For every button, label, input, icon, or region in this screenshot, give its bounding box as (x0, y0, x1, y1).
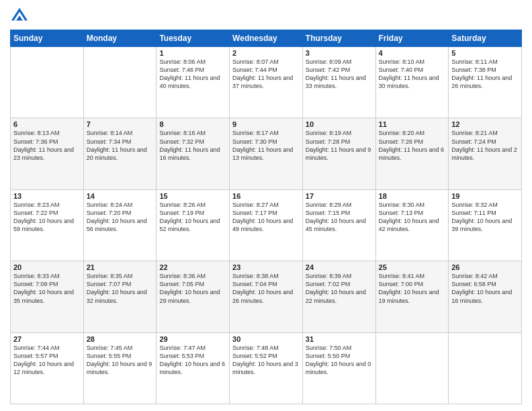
day-number: 2 (232, 49, 300, 57)
day-number: 26 (451, 263, 519, 271)
day-info: Sunrise: 8:19 AM Sunset: 7:28 PM Dayligh… (306, 129, 373, 162)
calendar-day-cell: 24Sunrise: 8:39 AM Sunset: 7:02 PM Dayli… (302, 261, 375, 332)
day-info: Sunrise: 8:14 AM Sunset: 7:34 PM Dayligh… (87, 129, 154, 162)
day-info: Sunrise: 8:09 AM Sunset: 7:42 PM Dayligh… (306, 58, 373, 91)
day-number: 3 (306, 49, 373, 57)
calendar-day-cell: 23Sunrise: 8:38 AM Sunset: 7:04 PM Dayli… (230, 261, 303, 332)
calendar-day-cell: 9Sunrise: 8:17 AM Sunset: 7:30 PM Daylig… (230, 118, 303, 189)
day-info: Sunrise: 8:21 AM Sunset: 7:24 PM Dayligh… (451, 129, 519, 162)
day-number: 20 (13, 263, 81, 271)
day-number: 11 (379, 120, 446, 128)
day-number: 12 (451, 120, 519, 128)
calendar-day-cell: 2Sunrise: 8:07 AM Sunset: 7:44 PM Daylig… (230, 47, 303, 118)
day-info: Sunrise: 8:07 AM Sunset: 7:44 PM Dayligh… (232, 58, 300, 91)
day-number: 28 (87, 335, 154, 343)
day-info: Sunrise: 8:42 AM Sunset: 6:58 PM Dayligh… (451, 272, 519, 305)
day-number: 13 (13, 192, 81, 200)
day-number: 8 (159, 120, 226, 128)
day-number: 16 (232, 192, 300, 200)
calendar-day-cell: 22Sunrise: 8:36 AM Sunset: 7:05 PM Dayli… (157, 261, 230, 332)
day-info: Sunrise: 7:45 AM Sunset: 5:55 PM Dayligh… (87, 344, 154, 377)
calendar-day-cell: 1Sunrise: 8:06 AM Sunset: 7:46 PM Daylig… (157, 47, 230, 118)
weekday-header-cell: Thursday (302, 30, 375, 47)
day-info: Sunrise: 7:47 AM Sunset: 5:53 PM Dayligh… (159, 344, 226, 377)
day-info: Sunrise: 7:48 AM Sunset: 5:52 PM Dayligh… (232, 344, 300, 377)
calendar-day-cell: 25Sunrise: 8:41 AM Sunset: 7:00 PM Dayli… (375, 261, 449, 332)
calendar-day-cell: 6Sunrise: 8:13 AM Sunset: 7:36 PM Daylig… (11, 118, 84, 189)
weekday-header-cell: Saturday (449, 30, 522, 47)
day-info: Sunrise: 8:27 AM Sunset: 7:17 PM Dayligh… (232, 201, 300, 234)
calendar-day-cell: 17Sunrise: 8:29 AM Sunset: 7:15 PM Dayli… (302, 189, 375, 261)
day-info: Sunrise: 8:33 AM Sunset: 7:09 PM Dayligh… (13, 272, 81, 305)
day-number: 19 (451, 192, 519, 200)
calendar-day-cell: 11Sunrise: 8:20 AM Sunset: 7:26 PM Dayli… (375, 118, 449, 189)
calendar-week-row: 13Sunrise: 8:23 AM Sunset: 7:22 PM Dayli… (11, 189, 522, 261)
day-number: 1 (159, 49, 226, 57)
calendar-day-cell: 19Sunrise: 8:32 AM Sunset: 7:11 PM Dayli… (449, 189, 522, 261)
calendar-day-cell: 26Sunrise: 8:42 AM Sunset: 6:58 PM Dayli… (449, 261, 522, 332)
day-info: Sunrise: 8:13 AM Sunset: 7:36 PM Dayligh… (13, 129, 81, 162)
calendar-week-row: 20Sunrise: 8:33 AM Sunset: 7:09 PM Dayli… (11, 261, 522, 332)
calendar-day-cell (449, 332, 522, 404)
calendar-day-cell: 21Sunrise: 8:35 AM Sunset: 7:07 PM Dayli… (83, 261, 157, 332)
weekday-header-cell: Sunday (11, 30, 84, 47)
calendar-day-cell: 20Sunrise: 8:33 AM Sunset: 7:09 PM Dayli… (11, 261, 84, 332)
calendar-day-cell: 5Sunrise: 8:11 AM Sunset: 7:38 PM Daylig… (449, 47, 522, 118)
calendar-day-cell: 10Sunrise: 8:19 AM Sunset: 7:28 PM Dayli… (302, 118, 375, 189)
weekday-header-cell: Wednesday (230, 30, 303, 47)
day-info: Sunrise: 8:26 AM Sunset: 7:19 PM Dayligh… (159, 201, 226, 234)
calendar-day-cell: 29Sunrise: 7:47 AM Sunset: 5:53 PM Dayli… (157, 332, 230, 404)
weekday-header-cell: Tuesday (157, 30, 230, 47)
day-info: Sunrise: 8:24 AM Sunset: 7:20 PM Dayligh… (87, 201, 154, 234)
calendar-day-cell: 15Sunrise: 8:26 AM Sunset: 7:19 PM Dayli… (157, 189, 230, 261)
day-number: 24 (306, 263, 373, 271)
day-number: 25 (379, 263, 446, 271)
calendar-day-cell: 14Sunrise: 8:24 AM Sunset: 7:20 PM Dayli… (83, 189, 157, 261)
day-info: Sunrise: 8:16 AM Sunset: 7:32 PM Dayligh… (159, 129, 226, 162)
calendar-day-cell: 30Sunrise: 7:48 AM Sunset: 5:52 PM Dayli… (230, 332, 303, 404)
day-number: 31 (306, 335, 373, 343)
day-info: Sunrise: 8:10 AM Sunset: 7:40 PM Dayligh… (379, 58, 446, 91)
day-number: 30 (232, 335, 300, 343)
calendar-table: SundayMondayTuesdayWednesdayThursdayFrid… (10, 30, 522, 404)
day-info: Sunrise: 7:50 AM Sunset: 5:50 PM Dayligh… (306, 344, 373, 377)
day-info: Sunrise: 7:44 AM Sunset: 5:57 PM Dayligh… (13, 344, 81, 377)
day-number: 7 (87, 120, 154, 128)
header (10, 7, 522, 26)
day-number: 4 (379, 49, 446, 57)
day-number: 21 (87, 263, 154, 271)
day-number: 22 (159, 263, 226, 271)
day-number: 18 (379, 192, 446, 200)
weekday-header-cell: Monday (83, 30, 157, 47)
calendar-day-cell: 28Sunrise: 7:45 AM Sunset: 5:55 PM Dayli… (83, 332, 157, 404)
day-info: Sunrise: 8:29 AM Sunset: 7:15 PM Dayligh… (306, 201, 373, 234)
day-info: Sunrise: 8:17 AM Sunset: 7:30 PM Dayligh… (232, 129, 300, 162)
day-info: Sunrise: 8:20 AM Sunset: 7:26 PM Dayligh… (379, 129, 446, 162)
day-info: Sunrise: 8:06 AM Sunset: 7:46 PM Dayligh… (159, 58, 226, 91)
day-number: 9 (232, 120, 300, 128)
calendar-day-cell: 7Sunrise: 8:14 AM Sunset: 7:34 PM Daylig… (83, 118, 157, 189)
calendar-day-cell: 31Sunrise: 7:50 AM Sunset: 5:50 PM Dayli… (302, 332, 375, 404)
day-info: Sunrise: 8:23 AM Sunset: 7:22 PM Dayligh… (13, 201, 81, 234)
day-number: 17 (306, 192, 373, 200)
day-number: 15 (159, 192, 226, 200)
calendar-day-cell: 13Sunrise: 8:23 AM Sunset: 7:22 PM Dayli… (11, 189, 84, 261)
calendar-day-cell: 12Sunrise: 8:21 AM Sunset: 7:24 PM Dayli… (449, 118, 522, 189)
calendar-day-cell (11, 47, 84, 118)
calendar-week-row: 27Sunrise: 7:44 AM Sunset: 5:57 PM Dayli… (11, 332, 522, 404)
day-info: Sunrise: 8:36 AM Sunset: 7:05 PM Dayligh… (159, 272, 226, 305)
calendar-day-cell: 4Sunrise: 8:10 AM Sunset: 7:40 PM Daylig… (375, 47, 449, 118)
calendar-day-cell: 18Sunrise: 8:30 AM Sunset: 7:13 PM Dayli… (375, 189, 449, 261)
page: SundayMondayTuesdayWednesdayThursdayFrid… (0, 0, 532, 411)
day-number: 27 (13, 335, 81, 343)
logo-icon (10, 7, 29, 26)
weekday-header-cell: Friday (375, 30, 449, 47)
day-number: 5 (451, 49, 519, 57)
calendar-week-row: 1Sunrise: 8:06 AM Sunset: 7:46 PM Daylig… (11, 47, 522, 118)
calendar-day-cell: 27Sunrise: 7:44 AM Sunset: 5:57 PM Dayli… (11, 332, 84, 404)
day-info: Sunrise: 8:35 AM Sunset: 7:07 PM Dayligh… (87, 272, 154, 305)
calendar-day-cell: 8Sunrise: 8:16 AM Sunset: 7:32 PM Daylig… (157, 118, 230, 189)
day-info: Sunrise: 8:39 AM Sunset: 7:02 PM Dayligh… (306, 272, 373, 305)
calendar-day-cell (375, 332, 449, 404)
logo (10, 7, 32, 26)
